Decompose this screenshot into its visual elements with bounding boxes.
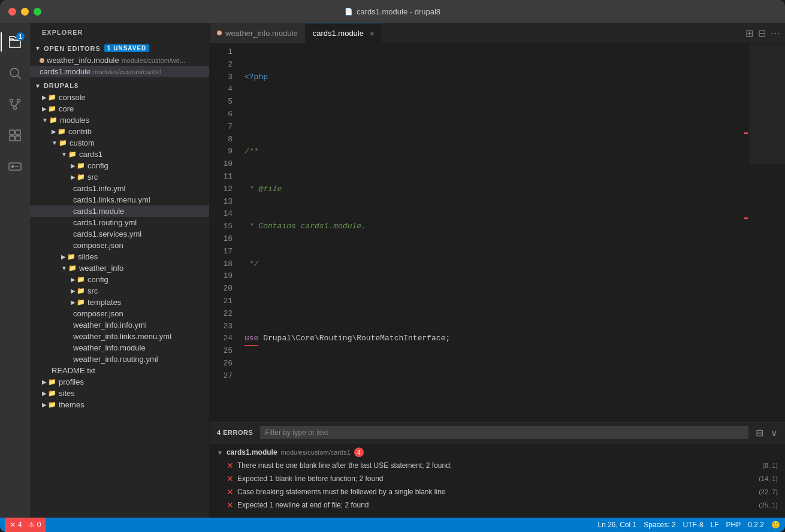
status-line-col[interactable]: Ln 26, Col 1 (598, 521, 637, 529)
error-message: Expected 1 newline at end of file; 2 fou… (237, 501, 755, 509)
sidebar-content: ▼ OPEN EDITORS 1 UNSAVED weather_info.mo… (30, 42, 209, 518)
tree-label: cards1.routing.yml (73, 218, 137, 227)
tab-cards1[interactable]: cards1.module × (306, 23, 382, 43)
editor-area: weather_info.module cards1.module × ⊞ ⊟ … (210, 23, 785, 518)
error-item-2[interactable]: ✕ Expected 1 blank line before function;… (210, 472, 785, 485)
activity-remote[interactable] (1, 152, 29, 181)
error-item-1[interactable]: ✕ There must be one blank line after the… (210, 459, 785, 472)
group-arrow: ▼ (217, 449, 223, 456)
error-filter-input[interactable] (260, 426, 748, 439)
activity-explorer[interactable]: 1 (1, 28, 29, 56)
folder-icon: 📁 (77, 287, 85, 295)
tree-cards1-module[interactable]: cards1.module (30, 205, 209, 217)
open-editors-header[interactable]: ▼ OPEN EDITORS 1 UNSAVED (30, 42, 209, 55)
maximize-button[interactable] (34, 8, 41, 16)
drupal8-label: DRUPAL8 (44, 82, 78, 89)
drupal8-header[interactable]: ▼ DRUPAL8 (30, 80, 209, 92)
tree-cards1-services[interactable]: cards1.services.yml (30, 228, 209, 240)
editor-layout-icon[interactable]: ⊟ (758, 28, 766, 39)
tree-composer2[interactable]: composer.json (30, 308, 209, 319)
svg-point-4 (14, 107, 17, 110)
svg-point-0 (10, 68, 19, 77)
minimize-button[interactable] (21, 8, 29, 16)
tree-config1[interactable]: ▶ 📁 config (30, 160, 209, 171)
svg-rect-11 (16, 136, 20, 141)
tree-themes[interactable]: ▶ 📁 themes (30, 399, 209, 410)
status-version: 0.2.2 (748, 521, 764, 529)
error-panel-header: 4 ERRORS ⊟ ∨ (210, 422, 785, 443)
error-location: (14, 1) (759, 475, 778, 482)
tree-composer1[interactable]: composer.json (30, 240, 209, 251)
more-actions-icon[interactable]: ⋯ (771, 28, 780, 39)
tree-contrib[interactable]: ▶ 📁 contrib (30, 126, 209, 137)
folder-arrow: ▶ (42, 401, 47, 408)
tree-templates[interactable]: ▶ 📁 templates (30, 297, 209, 308)
tree-weather-module[interactable]: weather_info.module (30, 342, 209, 353)
activity-search[interactable] (1, 59, 29, 87)
tree-weather-links[interactable]: weather_info.links.menu.yml (30, 331, 209, 342)
expand-panel-icon[interactable]: ∨ (771, 427, 778, 439)
vscode-window: 📄 cards1.module - drupal8 1 (0, 0, 785, 532)
status-encoding[interactable]: UTF-8 (683, 521, 704, 529)
tree-cards1-info[interactable]: cards1.info.yml (30, 183, 209, 194)
folder-arrow: ▶ (71, 276, 76, 283)
tree-label: profiles (59, 377, 84, 386)
tree-custom[interactable]: ▼ 📁 custom (30, 137, 209, 149)
open-editor-weather-name: weather_info.module (47, 56, 119, 65)
collapse-panel-icon[interactable]: ⊟ (756, 427, 763, 439)
status-line-ending[interactable]: LF (711, 521, 719, 529)
error-icon: ✕ (227, 461, 234, 470)
tree-slides[interactable]: ▶ 📁 slides (30, 251, 209, 262)
tab-weather-info[interactable]: weather_info.module (210, 23, 306, 43)
tree-weather-info[interactable]: ▼ 📁 weather_info (30, 262, 209, 274)
error-panel: 4 ERRORS ⊟ ∨ ▼ cards1.module modules/cus… (210, 422, 785, 518)
folder-arrow: ▼ (42, 117, 48, 123)
status-errors[interactable]: ✕ 4 ⚠ 0 (5, 518, 46, 532)
folder-icon: 📁 (48, 401, 56, 409)
tree-readme[interactable]: README.txt (30, 365, 209, 376)
svg-rect-8 (10, 130, 14, 135)
source-control-icon (8, 97, 22, 111)
folder-icon: 📁 (77, 298, 85, 306)
minimap-slider[interactable] (749, 44, 785, 164)
close-button[interactable] (8, 8, 16, 16)
tree-label: custom (70, 138, 95, 147)
tree-config2[interactable]: ▶ 📁 config (30, 274, 209, 285)
status-spaces[interactable]: Spaces: 2 (644, 521, 675, 529)
error-count: 4 ERRORS (217, 429, 253, 436)
tree-cards1-routing[interactable]: cards1.routing.yml (30, 217, 209, 228)
error-group-count: 4 (354, 448, 364, 457)
tree-weather-info-yml[interactable]: weather_info.info.yml (30, 319, 209, 331)
folder-arrow: ▶ (61, 253, 66, 260)
tree-src2[interactable]: ▶ 📁 src (30, 285, 209, 297)
open-editor-cards1[interactable]: cards1.module modules/custom/cards1 (30, 66, 209, 77)
tree-label: templates (87, 298, 121, 307)
tree-profiles[interactable]: ▶ 📁 profiles (30, 376, 209, 388)
tree-label: cards1 (79, 150, 102, 159)
error-mark (744, 217, 748, 219)
tree-cards1-links[interactable]: cards1.links.menu.yml (30, 194, 209, 205)
tab-close-icon[interactable]: × (370, 29, 375, 38)
folder-arrow: ▶ (71, 174, 76, 180)
tree-core[interactable]: ▶ 📁 core (30, 103, 209, 114)
tree-console[interactable]: ▶ 📁 console (30, 92, 209, 103)
tree-label: weather_info.links.menu.yml (73, 332, 171, 341)
error-item-3[interactable]: ✕ Case breaking statements must be follo… (210, 485, 785, 498)
tree-src1[interactable]: ▶ 📁 src (30, 171, 209, 183)
file-icon: 📄 (345, 8, 353, 16)
tree-modules[interactable]: ▼ 📁 modules (30, 114, 209, 126)
open-editor-weather-info[interactable]: weather_info.module modules/custom/we... (30, 55, 209, 66)
svg-rect-10 (10, 136, 14, 141)
tree-cards1-folder[interactable]: ▼ 📁 cards1 (30, 149, 209, 160)
split-editor-icon[interactable]: ⊞ (745, 28, 753, 39)
status-language[interactable]: PHP (726, 521, 741, 529)
activity-extensions[interactable] (1, 121, 29, 150)
tree-weather-routing[interactable]: weather_info.routing.yml (30, 353, 209, 365)
tree-label: composer.json (73, 309, 123, 318)
main-area: 1 (0, 23, 785, 518)
open-editors-arrow: ▼ (35, 45, 41, 52)
open-editor-cards1-path: modules/custom/cards1 (93, 68, 162, 75)
tree-sites[interactable]: ▶ 📁 sites (30, 388, 209, 399)
activity-source-control[interactable] (1, 90, 29, 119)
error-item-4[interactable]: ✕ Expected 1 newline at end of file; 2 f… (210, 498, 785, 512)
